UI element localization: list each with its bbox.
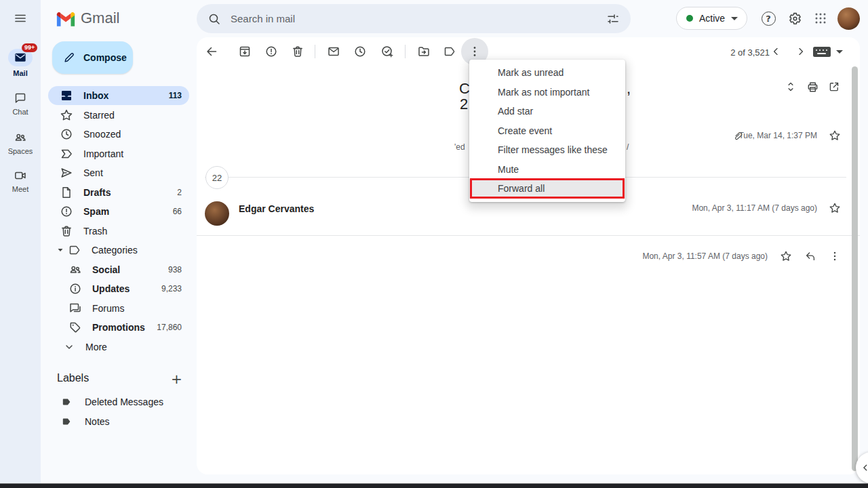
compose-button[interactable]: Compose: [52, 41, 133, 74]
sidebar-label-deleted-messages[interactable]: Deleted Messages: [48, 392, 189, 411]
sidebar-item-label: Spam: [83, 206, 173, 217]
rail-item-chat[interactable]: Chat: [0, 92, 41, 116]
sidebar-label-notes[interactable]: Notes: [48, 412, 189, 431]
important-marker-icon: [60, 147, 73, 161]
sidebar-item-label: Social: [92, 264, 168, 275]
main-menu-button[interactable]: [5, 3, 35, 33]
labels-button[interactable]: [436, 38, 463, 65]
open-in-new-icon: [828, 81, 840, 93]
label-tag-icon: [443, 45, 456, 58]
sidebar-item-label: Snoozed: [83, 129, 182, 140]
unfold-icon: [785, 81, 797, 93]
app-rail: 99+ Mail Chat Spaces Meet: [0, 0, 41, 484]
mail-icon: [14, 52, 26, 63]
draft-icon: [60, 186, 73, 199]
star-icon: [780, 250, 792, 262]
unread-badge: 99+: [22, 43, 37, 52]
sidebar-item-more[interactable]: More: [48, 338, 189, 357]
print-button[interactable]: [800, 75, 825, 99]
message-date: Mon, Apr 3, 11:17 AM (7 days ago): [692, 203, 817, 213]
subject-fragment: 2: [460, 96, 468, 113]
mark-unread-button[interactable]: [320, 38, 347, 65]
menu-item-mute[interactable]: Mute: [469, 160, 625, 180]
google-apps-button[interactable]: [807, 5, 834, 32]
add-to-tasks-button[interactable]: [374, 38, 401, 65]
sidebar-item-inbox[interactable]: Inbox 113: [48, 86, 189, 105]
menu-item-mark-as-unread[interactable]: Mark as unread: [469, 63, 625, 83]
vertical-scrollbar[interactable]: [852, 66, 858, 471]
message-date: Tue, Mar 14, 1:37 PM: [738, 131, 817, 140]
snooze-button[interactable]: [347, 38, 374, 65]
sidebar-item-starred[interactable]: Starred: [48, 106, 189, 125]
sidebar-item-updates[interactable]: Updates 9,233: [48, 279, 189, 298]
sidebar-item-forums[interactable]: Forums: [48, 299, 189, 318]
menu-item-forward-all[interactable]: Forward all: [469, 179, 625, 199]
menu-item-add-star[interactable]: Add star: [469, 102, 625, 121]
move-to-button[interactable]: [410, 38, 437, 65]
message-more-button[interactable]: [823, 244, 847, 268]
sidebar-item-sent[interactable]: Sent: [48, 163, 189, 182]
account-avatar[interactable]: [837, 7, 860, 30]
menu-item-create-event[interactable]: Create event: [469, 121, 625, 141]
sidebar-item-categories[interactable]: Categories: [48, 241, 189, 260]
sidebar-item-social[interactable]: Social 938: [48, 260, 189, 279]
older-conversation-button[interactable]: [789, 38, 813, 65]
back-button[interactable]: [198, 38, 225, 65]
report-spam-button[interactable]: [258, 38, 285, 65]
archive-icon: [238, 45, 252, 58]
inbox-icon: [60, 89, 73, 102]
archive-button[interactable]: [231, 38, 258, 65]
chevron-left-icon: [861, 463, 868, 472]
gear-icon: [788, 12, 802, 26]
support-button[interactable]: ?: [755, 5, 782, 32]
star-button[interactable]: [774, 244, 798, 268]
sidebar-item-snoozed[interactable]: Snoozed: [48, 125, 189, 144]
input-tools-caret-icon[interactable]: [836, 50, 843, 54]
rail-label: Spaces: [8, 147, 33, 155]
rail-item-mail[interactable]: 99+ Mail: [0, 49, 41, 77]
envelope-icon: [327, 45, 340, 58]
forum-icon: [68, 302, 82, 315]
star-button[interactable]: [823, 196, 847, 220]
sidebar-item-label: Important: [83, 148, 182, 159]
search-options-icon[interactable]: [606, 12, 620, 26]
social-icon: [68, 263, 82, 277]
input-tools-button[interactable]: [813, 47, 831, 57]
open-in-new-button[interactable]: [822, 75, 846, 99]
sidebar-item-important[interactable]: Important: [48, 144, 189, 163]
sidebar-item-label: More: [85, 342, 182, 352]
rail-item-spaces[interactable]: Spaces: [0, 131, 41, 155]
compose-label: Compose: [83, 52, 127, 63]
sidebar-item-drafts[interactable]: Drafts 2: [48, 183, 189, 202]
clock-icon: [60, 127, 73, 141]
sender-name[interactable]: Edgar Cervantes: [239, 203, 314, 214]
label-icon: [61, 396, 75, 407]
sidebar-item-spam[interactable]: Spam 66: [48, 202, 189, 221]
collapse-all-button[interactable]: [778, 75, 803, 99]
star-button[interactable]: [823, 123, 847, 148]
star-icon: [829, 202, 841, 214]
search-icon[interactable]: [208, 12, 221, 26]
rail-item-meet[interactable]: Meet: [0, 169, 41, 193]
delete-button[interactable]: [284, 38, 311, 65]
collapse-arrow-icon[interactable]: [57, 247, 64, 253]
sidebar-item-count: 66: [173, 207, 182, 216]
status-selector[interactable]: Active: [676, 7, 747, 30]
reply-button[interactable]: [798, 244, 823, 268]
menu-item-filter-messages-like-these[interactable]: Filter messages like these: [469, 140, 625, 160]
menu-item-mark-as-not-important[interactable]: Mark as not important: [469, 83, 625, 102]
sidebar-item-trash[interactable]: Trash: [48, 222, 189, 241]
create-label-button[interactable]: +: [171, 371, 182, 387]
reply-icon: [804, 250, 816, 262]
newer-conversation-button[interactable]: [764, 38, 788, 65]
active-status-dot: [686, 15, 693, 22]
sidebar-item-promotions[interactable]: Promotions 17,860: [48, 318, 189, 337]
collapsed-messages-count[interactable]: 22: [205, 166, 229, 189]
message-divider: [197, 235, 860, 236]
spam-icon: [60, 205, 73, 218]
sidebar-item-label: Promotions: [92, 322, 157, 333]
rail-label: Chat: [12, 108, 28, 116]
search-input[interactable]: [231, 13, 606, 24]
settings-button[interactable]: [781, 5, 808, 32]
add-task-icon: [380, 45, 394, 58]
